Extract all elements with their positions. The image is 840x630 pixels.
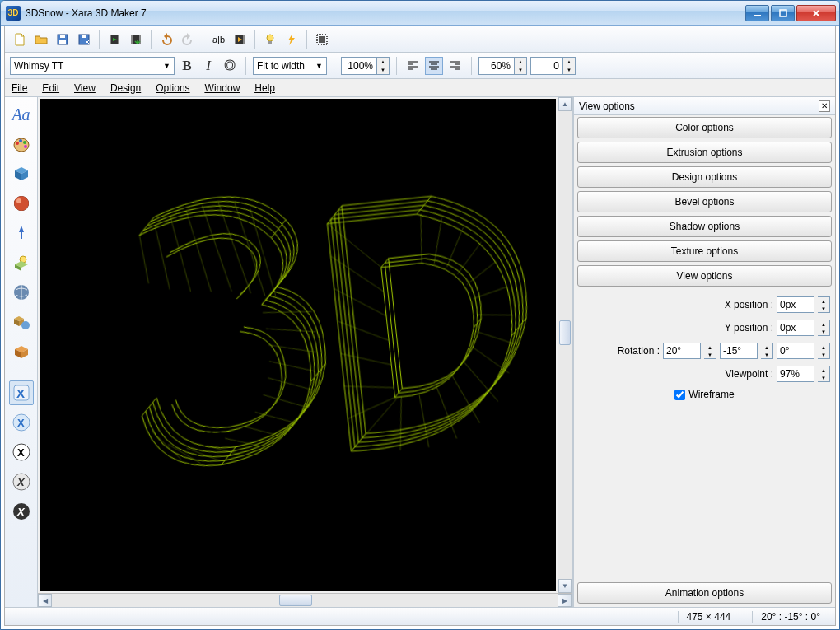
status-dimensions: 475 × 444 — [678, 611, 740, 623]
svg-rect-20 — [319, 36, 325, 43]
font-combo[interactable]: Whimsy TT▼ — [10, 57, 175, 75]
design-options-button[interactable]: Design options — [577, 166, 832, 188]
texture-options-button[interactable]: Texture options — [577, 240, 832, 262]
bevel-tool[interactable] — [9, 191, 34, 216]
panel-title-bar[interactable]: View options ✕ — [574, 97, 835, 115]
options-panel: View options ✕ Color options Extrusion o… — [572, 97, 835, 607]
menu-design[interactable]: Design — [110, 82, 141, 94]
align-right-button[interactable] — [446, 57, 464, 75]
x-preset-3[interactable]: X — [9, 440, 34, 464]
toolbar-standard: a|b — [5, 26, 835, 53]
scroll-right-icon[interactable]: ▶ — [558, 594, 572, 607]
new-file-icon[interactable] — [10, 30, 30, 49]
undo-icon[interactable] — [156, 30, 176, 49]
x-preset-2[interactable]: X — [9, 410, 34, 435]
color-picker-tool[interactable] — [9, 132, 34, 156]
save-icon[interactable] — [53, 30, 72, 49]
menu-file[interactable]: File — [12, 82, 27, 94]
color-options-button[interactable]: Color options — [577, 117, 832, 138]
menu-view[interactable]: View — [74, 82, 96, 94]
texture-tool[interactable] — [9, 280, 34, 305]
offset-spinner[interactable]: ▲▼ — [530, 57, 576, 75]
italic-button[interactable]: I — [199, 57, 217, 75]
viewport[interactable] — [40, 99, 556, 591]
import-movie-icon[interactable] — [105, 30, 124, 49]
svg-text:X: X — [17, 417, 25, 429]
scroll-down-icon[interactable]: ▼ — [558, 579, 572, 593]
menu-edit[interactable]: Edit — [42, 82, 59, 94]
export-movie-icon[interactable] — [126, 30, 146, 49]
chevron-down-icon: ▼ — [315, 62, 323, 70]
viewpoint-input[interactable] — [777, 366, 814, 382]
horizontal-scrollbar[interactable]: ◀ ▶ — [38, 593, 572, 607]
menubar: File Edit View Design Options Window Hel… — [5, 79, 835, 97]
svg-text:a|b: a|b — [212, 35, 225, 44]
svg-text:X: X — [16, 476, 26, 488]
offset-input[interactable] — [530, 57, 563, 75]
x-preset-1[interactable]: X — [9, 380, 34, 405]
spin-up-icon[interactable]: ▲ — [377, 58, 389, 66]
scroll-left-icon[interactable]: ◀ — [38, 594, 52, 607]
save-as-icon[interactable] — [74, 30, 94, 49]
lights-tool[interactable] — [9, 250, 34, 275]
open-file-icon[interactable] — [31, 30, 51, 49]
shadow-tool[interactable] — [9, 221, 34, 245]
window-title: 3DSnow - Xara 3D Maker 7 — [26, 7, 744, 19]
spin-down-icon[interactable]: ▼ — [377, 66, 389, 74]
redo-icon[interactable] — [178, 30, 198, 49]
scroll-up-icon[interactable]: ▲ — [558, 97, 572, 111]
shadow-options-button[interactable]: Shadow options — [577, 216, 832, 237]
menu-options[interactable]: Options — [156, 82, 189, 94]
bevel-options-button[interactable]: Bevel options — [577, 191, 832, 212]
menu-help[interactable]: Help — [254, 82, 275, 94]
svg-point-23 — [19, 139, 22, 142]
ypos-input[interactable] — [777, 320, 814, 336]
fit-combo[interactable]: Fit to width▼ — [253, 57, 327, 75]
text-style-tool[interactable]: Aa — [9, 102, 34, 127]
vertical-scrollbar[interactable]: ▲ ▼ — [558, 97, 572, 593]
x-preset-5[interactable]: X — [9, 499, 34, 524]
close-button[interactable] — [796, 5, 836, 21]
xpos-input[interactable] — [777, 296, 814, 313]
view-options-button[interactable]: View options — [577, 265, 832, 287]
zoom-spinner[interactable]: ▲▼ — [341, 57, 390, 75]
light-bulb-icon[interactable] — [260, 30, 280, 49]
text-tool-icon[interactable]: a|b — [208, 30, 228, 49]
rot-x-input[interactable] — [663, 343, 701, 359]
menu-window[interactable]: Window — [205, 82, 240, 94]
animation-options-button[interactable]: Animation options — [577, 582, 832, 604]
scroll-thumb[interactable] — [279, 595, 312, 606]
maximize-button[interactable] — [771, 5, 795, 21]
rot-y-input[interactable] — [720, 343, 758, 359]
extrude-tool[interactable] — [9, 161, 34, 186]
extrusion-options-button[interactable]: Extrusion options — [577, 142, 832, 163]
bold-button[interactable]: B — [178, 57, 196, 75]
svg-point-25 — [24, 145, 27, 148]
lightning-icon[interactable] — [282, 30, 301, 49]
minimize-button[interactable] — [745, 5, 769, 21]
svg-rect-9 — [118, 35, 119, 44]
svg-rect-1 — [780, 10, 786, 16]
border-icon[interactable] — [312, 30, 332, 49]
rot-z-input[interactable] — [777, 343, 814, 359]
app-window: 3D 3DSnow - Xara 3D Maker 7 a|b — [0, 0, 840, 630]
outline-button[interactable]: O — [221, 57, 239, 75]
scroll-thumb[interactable] — [559, 320, 571, 345]
align-left-button[interactable] — [404, 57, 422, 75]
aspect-input[interactable] — [478, 57, 515, 75]
view-options-tool[interactable] — [9, 339, 34, 364]
panel-title: View options — [579, 100, 635, 112]
aspect-spinner[interactable]: ▲▼ — [478, 57, 527, 75]
ypos-label: Y position : — [725, 322, 773, 334]
status-angles: 20° : -15° : 0° — [752, 611, 828, 623]
panel-close-icon[interactable]: ✕ — [819, 100, 830, 112]
rotation-label: Rotation : — [618, 345, 660, 357]
x-preset-4[interactable]: X — [9, 469, 34, 494]
align-center-button[interactable] — [425, 57, 443, 75]
zoom-input[interactable] — [341, 57, 377, 75]
animation-icon[interactable] — [230, 30, 250, 49]
wireframe-checkbox[interactable] — [674, 390, 685, 400]
titlebar[interactable]: 3D 3DSnow - Xara 3D Maker 7 — [1, 1, 839, 26]
design-gallery-tool[interactable] — [9, 310, 34, 334]
canvas-area: ▲ ▼ ◀ ▶ — [38, 97, 572, 607]
